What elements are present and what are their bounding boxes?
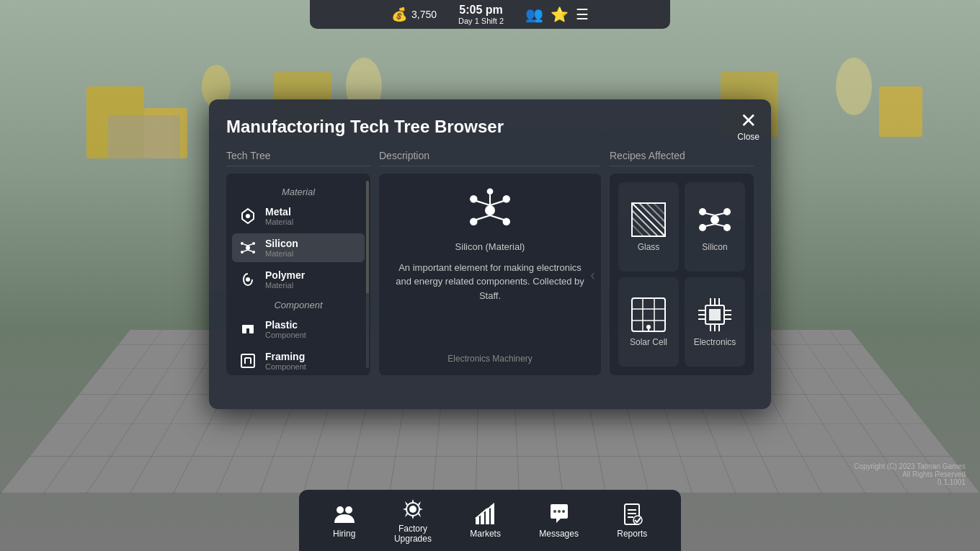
svg-line-30 <box>639 203 665 229</box>
svg-point-39 <box>723 224 731 231</box>
recipe-glass[interactable]: Glass <box>618 182 679 272</box>
svg-rect-15 <box>241 354 254 367</box>
plastic-type: Component <box>265 331 306 339</box>
description-panel: Silicon (Material) An important element … <box>379 174 601 375</box>
electronics-label: Electronics <box>694 337 736 347</box>
svg-point-65 <box>337 506 344 514</box>
glass-recipe-icon <box>631 202 667 238</box>
polymer-name: Polymer <box>265 269 305 281</box>
messages-icon <box>548 503 571 526</box>
svg-line-28 <box>632 203 665 236</box>
reports-label: Reports <box>617 529 647 539</box>
svg-line-29 <box>632 210 658 236</box>
taskbar-hiring[interactable]: Hiring <box>324 497 365 545</box>
hiring-label: Hiring <box>333 529 355 539</box>
tech-tree-panel[interactable]: Material Metal Material <box>226 174 370 375</box>
tech-tree-scrollbar[interactable] <box>366 181 369 368</box>
tech-item-metal[interactable]: Metal Material <box>232 202 365 230</box>
markets-label: Markets <box>470 529 501 539</box>
tech-item-silicon[interactable]: Silicon Material <box>232 233 365 262</box>
taskbar-reports[interactable]: Reports <box>608 497 656 545</box>
svg-line-24 <box>476 215 490 220</box>
svg-line-25 <box>490 215 504 220</box>
tech-item-plastic[interactable]: Plastic Component <box>232 315 365 344</box>
desc-machinery: Electronics Machinery <box>447 348 532 364</box>
svg-line-41 <box>715 213 724 215</box>
polymer-icon <box>238 269 258 290</box>
desc-scroll-arrow: ‹ <box>590 266 595 282</box>
modal-overlay: Manufactoring Tech Tree Browser ✕ Close … <box>0 0 980 551</box>
category-component: Component <box>232 300 365 310</box>
description-header: Description <box>379 150 601 166</box>
scrollbar-thumb <box>366 181 369 293</box>
recipe-electronics[interactable]: Electronics <box>685 277 745 367</box>
svg-point-3 <box>241 242 244 245</box>
tech-item-framing[interactable]: Framing Component <box>232 346 365 375</box>
svg-point-66 <box>345 506 352 514</box>
recipe-solar-cell[interactable]: Solar Cell <box>618 277 679 367</box>
modal-title: Manufactoring Tech Tree Browser <box>226 117 754 137</box>
close-button[interactable]: ✕ Close <box>737 111 760 141</box>
silicon-recipe-label: Silicon <box>702 242 727 252</box>
silicon-molecule-icon <box>465 185 515 236</box>
svg-point-73 <box>553 510 556 513</box>
recipes-header: Recipes Affected <box>610 150 754 166</box>
plastic-name: Plastic <box>265 319 306 331</box>
silicon-recipe-icon <box>697 202 733 238</box>
taskbar-factory-upgrades[interactable]: FactoryUpgrades <box>386 492 440 550</box>
taskbar-messages[interactable]: Messages <box>530 497 587 545</box>
tech-item-polymer[interactable]: Polymer Material <box>232 265 365 294</box>
svg-point-2 <box>246 246 250 250</box>
svg-point-35 <box>710 215 719 224</box>
svg-point-6 <box>252 251 255 254</box>
factory-upgrades-icon <box>401 498 424 521</box>
metal-type: Material <box>265 218 293 226</box>
plastic-icon <box>238 319 258 339</box>
tech-tree-header: Tech Tree <box>226 150 370 166</box>
markets-icon <box>474 503 497 526</box>
reports-icon <box>620 503 643 526</box>
svg-point-74 <box>558 510 561 513</box>
svg-rect-52 <box>709 309 721 321</box>
svg-point-67 <box>409 506 416 513</box>
svg-line-8 <box>248 244 252 246</box>
svg-point-4 <box>252 242 255 245</box>
svg-line-43 <box>715 224 724 226</box>
tech-tree-column: Tech Tree Material Metal <box>226 150 370 375</box>
metal-name: Metal <box>265 206 293 218</box>
svg-line-10 <box>248 250 252 251</box>
svg-line-40 <box>705 213 715 215</box>
taskbar-markets[interactable]: Markets <box>461 497 509 545</box>
svg-rect-14 <box>242 325 254 328</box>
svg-point-38 <box>699 224 706 231</box>
silicon-type: Material <box>265 249 298 258</box>
svg-rect-12 <box>242 328 246 333</box>
polymer-type: Material <box>265 281 305 290</box>
recipe-silicon[interactable]: Silicon <box>685 182 745 272</box>
svg-rect-71 <box>486 509 489 524</box>
svg-point-36 <box>699 208 706 215</box>
svg-point-37 <box>723 208 731 215</box>
solar-cell-icon <box>631 297 667 333</box>
silicon-name: Silicon <box>265 238 298 249</box>
svg-point-21 <box>487 188 494 194</box>
svg-line-7 <box>244 244 248 246</box>
svg-line-23 <box>490 200 504 205</box>
svg-point-80 <box>633 516 642 524</box>
svg-point-49 <box>646 325 651 329</box>
svg-point-75 <box>562 510 565 513</box>
tech-tree-modal: Manufactoring Tech Tree Browser ✕ Close … <box>209 99 771 409</box>
close-label: Close <box>737 133 760 141</box>
recipes-column: Recipes Affected <box>610 150 754 375</box>
taskbar: Hiring FactoryUpgrades <box>299 490 681 551</box>
svg-point-11 <box>246 278 249 281</box>
modal-columns: Tech Tree Material Metal <box>226 150 754 375</box>
desc-text: An important element for making electron… <box>391 261 589 348</box>
glass-label: Glass <box>638 242 660 252</box>
silicon-icon <box>238 238 258 258</box>
electronics-icon <box>697 297 733 333</box>
framing-icon <box>238 351 258 371</box>
metal-icon <box>238 206 258 226</box>
framing-type: Component <box>265 362 306 371</box>
svg-line-22 <box>476 200 490 205</box>
